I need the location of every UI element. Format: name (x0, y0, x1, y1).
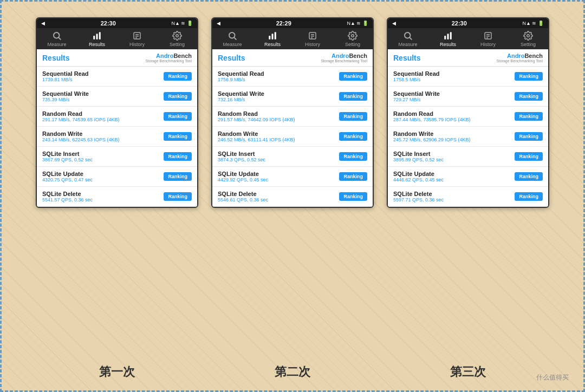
nav-item-history-1[interactable]: History (121, 31, 153, 47)
svg-rect-23 (447, 34, 449, 40)
brand-sub-3: Storage Benchmarking Tool (496, 59, 543, 63)
nav-item-setting-3[interactable]: Setting (512, 31, 544, 47)
status-time: 22:29 (276, 20, 291, 27)
results-title-2: Results (218, 54, 245, 62)
nav-item-measure-1[interactable]: Measure (41, 31, 73, 47)
benchmark-item: SQLite Delete 5541.57 QPS, 0.36 sec Rank… (37, 187, 197, 207)
ranking-button-1[interactable]: Ranking (515, 92, 543, 101)
results-header-3: Results AndroBench Storage Benchmarking … (388, 49, 548, 67)
benchmark-item: Random Read 287.44 MB/s, 73585.79 IOPS (… (388, 107, 548, 127)
benchmark-item: SQLite Update 4446.62 QPS, 0.45 sec Rank… (388, 167, 548, 187)
setting-icon (172, 31, 182, 41)
benchmark-info-0: Sequential Read 1758.5 MB/s (393, 70, 440, 82)
benchmark-info-6: SQLite Delete 5546.61 QPS, 0.36 sec (218, 191, 268, 202)
nav-item-setting-2[interactable]: Setting (336, 31, 369, 47)
benchmark-info-0: Sequential Read 1756.9 MB/s (218, 70, 264, 82)
phone-label-2: 第二次 (275, 365, 310, 378)
ranking-button-0[interactable]: Ranking (339, 72, 367, 81)
phone-wrapper-1: ◀ 22:30 N▲ ≋ 🔋 Measure Results History S… (36, 17, 198, 208)
status-right-icons: N▲ ≋ 🔋 (347, 21, 368, 26)
benchmark-list-3: Sequential Read 1758.5 MB/s Ranking Sequ… (388, 67, 548, 207)
phone-label-1: 第一次 (99, 365, 135, 378)
phone-3: ◀ 22:30 N▲ ≋ 🔋 Measure Results History S… (387, 17, 549, 208)
nav-item-setting-1[interactable]: Setting (161, 31, 193, 47)
ranking-button-2[interactable]: Ranking (515, 112, 543, 121)
benchmark-name-3: Random Write (42, 130, 120, 137)
benchmark-value-3: 246.52 MB/s, 63111.41 IOPS (4KB) (218, 137, 295, 142)
benchmark-info-3: Random Write 243.14 MB/s, 62245.63 IOPS … (42, 130, 120, 142)
ranking-button-3[interactable]: Ranking (339, 132, 367, 141)
ranking-button-4[interactable]: Ranking (164, 152, 192, 161)
ranking-button-1[interactable]: Ranking (339, 92, 367, 101)
ranking-button-6[interactable]: Ranking (164, 192, 192, 201)
ranking-button-1[interactable]: Ranking (164, 92, 192, 101)
svg-rect-3 (96, 34, 98, 40)
benchmark-info-5: SQLite Update 4446.62 QPS, 0.45 sec (393, 171, 444, 182)
ranking-button-4[interactable]: Ranking (515, 152, 543, 161)
benchmark-value-1: 735.39 MB/s (42, 97, 89, 102)
ranking-button-4[interactable]: Ranking (339, 152, 367, 161)
brand-name-3: AndroBench (507, 53, 543, 59)
ranking-button-5[interactable]: Ranking (164, 172, 192, 181)
benchmark-list-2: Sequential Read 1756.9 MB/s Ranking Sequ… (212, 67, 373, 207)
phone-2: ◀ 22:29 N▲ ≋ 🔋 Measure Results History S… (211, 17, 374, 208)
benchmark-name-4: SQLite Insert (42, 151, 93, 157)
ranking-button-5[interactable]: Ranking (339, 172, 367, 181)
benchmark-info-2: Random Read 291.17 MB/s, 74539.65 IOPS (… (42, 110, 120, 122)
nav-item-history-3[interactable]: History (472, 31, 504, 47)
ranking-button-3[interactable]: Ranking (164, 132, 192, 141)
svg-line-11 (234, 37, 236, 39)
nav-label-setting: Setting (170, 42, 185, 47)
benchmark-value-2: 291.17 MB/s, 74539.65 IOPS (4KB) (42, 117, 120, 122)
nav-item-measure-2[interactable]: Measure (216, 31, 249, 47)
history-icon (308, 31, 317, 41)
benchmark-name-0: Sequential Read (42, 70, 89, 77)
nav-label-setting: Setting (345, 42, 360, 47)
svg-rect-4 (99, 32, 101, 40)
status-left-icon: ◀ (217, 21, 220, 26)
benchmark-item: SQLite Update 4320.75 QPS, 0.47 sec Rank… (37, 167, 197, 187)
nav-item-results-1[interactable]: Results (81, 31, 113, 47)
nav-label-history: History (129, 42, 145, 47)
ranking-button-3[interactable]: Ranking (515, 132, 543, 141)
svg-point-29 (527, 35, 530, 37)
ranking-button-2[interactable]: Ranking (339, 112, 367, 121)
benchmark-value-2: 291.57 MB/s, 74642.09 IOPS (4KB) (218, 117, 295, 122)
benchmark-value-4: 3874.3 QPS, 0.52 sec (218, 157, 265, 162)
nav-item-measure-3[interactable]: Measure (392, 31, 424, 47)
ranking-button-5[interactable]: Ranking (515, 172, 543, 181)
benchmark-name-1: Sequential Write (42, 90, 89, 97)
results-header-1: Results AndroBench Storage Benchmarking … (37, 49, 197, 67)
measure-icon (403, 31, 413, 41)
benchmark-value-6: 5597.71 QPS, 0.36 sec (393, 197, 444, 202)
benchmark-info-2: Random Read 291.57 MB/s, 74642.09 IOPS (… (218, 110, 295, 122)
benchmark-item: Sequential Read 1758.5 MB/s Ranking (388, 67, 548, 87)
benchmark-value-4: 3895.89 QPS, 0.52 sec (393, 157, 444, 162)
benchmark-item: Random Write 246.52 MB/s, 63111.41 IOPS … (212, 127, 373, 147)
benchmark-item: Sequential Write 732.16 MB/s Ranking (212, 87, 373, 107)
benchmark-info-3: Random Write 246.52 MB/s, 63111.41 IOPS … (218, 130, 295, 142)
nav-label-measure: Measure (47, 42, 66, 47)
benchmark-item: Sequential Write 729.27 MB/s Ranking (388, 87, 548, 107)
benchmark-name-6: SQLite Delete (42, 191, 93, 197)
ranking-button-6[interactable]: Ranking (339, 192, 367, 201)
ranking-button-2[interactable]: Ranking (164, 112, 192, 121)
ranking-button-0[interactable]: Ranking (515, 72, 543, 81)
status-right-icons: N▲ ≋ 🔋 (523, 21, 544, 26)
benchmark-value-1: 732.16 MB/s (218, 97, 264, 102)
nav-item-results-2[interactable]: Results (256, 31, 289, 47)
benchmark-info-2: Random Read 287.44 MB/s, 73585.79 IOPS (… (393, 110, 471, 122)
nav-item-results-3[interactable]: Results (432, 31, 464, 47)
nav-item-history-2[interactable]: History (296, 31, 329, 47)
benchmark-item: Sequential Read 1756.9 MB/s Ranking (212, 67, 373, 87)
ranking-button-0[interactable]: Ranking (164, 72, 192, 81)
phone-wrapper-3: ◀ 22:30 N▲ ≋ 🔋 Measure Results History S… (387, 17, 549, 208)
benchmark-value-6: 5541.57 QPS, 0.36 sec (42, 197, 93, 202)
ranking-button-6[interactable]: Ranking (515, 192, 543, 201)
svg-rect-12 (269, 36, 270, 40)
benchmark-value-3: 243.14 MB/s, 62245.63 IOPS (4KB) (42, 137, 120, 142)
benchmark-value-0: 1739.81 MB/s (42, 77, 89, 82)
phone-1: ◀ 22:30 N▲ ≋ 🔋 Measure Results History S… (36, 17, 198, 208)
benchmark-item: SQLite Delete 5546.61 QPS, 0.36 sec Rank… (212, 187, 373, 207)
svg-rect-24 (450, 32, 452, 40)
